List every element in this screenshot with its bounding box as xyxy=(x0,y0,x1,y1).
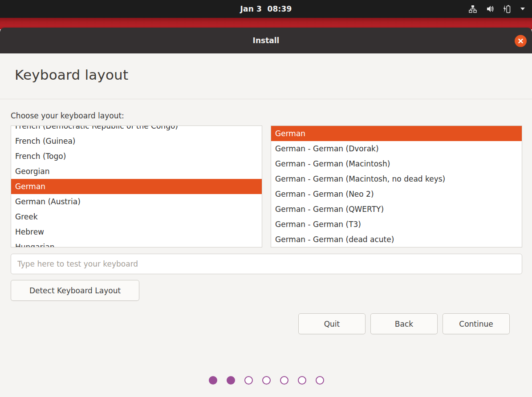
list-item[interactable]: German - German (Macintosh, no dead keys… xyxy=(271,171,522,186)
list-item[interactable]: German - German (Macintosh) xyxy=(271,156,522,171)
keyboard-lists: French (Democratic Republic of the Congo… xyxy=(11,126,522,247)
close-icon[interactable] xyxy=(515,35,527,47)
page-title: Keyboard layout xyxy=(15,67,532,83)
window-titlebar[interactable]: Install xyxy=(0,28,532,53)
progress-dot xyxy=(209,376,217,385)
list-item[interactable]: German - German (QWERTY) xyxy=(271,202,522,217)
list-item[interactable]: French (Guinea) xyxy=(11,134,262,149)
caret-down-icon[interactable] xyxy=(520,7,526,11)
main-content: Choose your keyboard layout: French (Dem… xyxy=(0,111,532,385)
progress-dot xyxy=(280,376,288,385)
progress-dot xyxy=(262,376,271,385)
battery-charging-icon[interactable] xyxy=(502,4,512,14)
layout-list[interactable]: French (Democratic Republic of the Congo… xyxy=(11,126,262,247)
progress-dot xyxy=(227,376,235,385)
keyboard-test-input[interactable] xyxy=(11,254,522,274)
detect-keyboard-layout-button[interactable]: Detect Keyboard Layout xyxy=(11,280,139,301)
navigation-buttons: Quit Back Continue xyxy=(11,313,522,334)
progress-dot xyxy=(244,376,253,385)
variant-list[interactable]: GermanGerman - German (Dvorak)German - G… xyxy=(271,126,522,247)
list-item[interactable]: Georgian xyxy=(11,164,262,179)
page-header: Keyboard layout xyxy=(0,53,532,99)
progress-dot xyxy=(316,376,324,385)
instruction-label: Choose your keyboard layout: xyxy=(11,111,522,120)
clock[interactable]: Jan 3 08:39 xyxy=(240,4,292,13)
list-item[interactable]: Greek xyxy=(11,209,262,224)
list-item[interactable]: German - German (dead acute) xyxy=(271,232,522,247)
list-item[interactable]: Hebrew xyxy=(11,224,262,239)
list-item[interactable]: Hungarian xyxy=(11,239,262,247)
list-item[interactable]: German - German (T3) xyxy=(271,217,522,232)
continue-button[interactable]: Continue xyxy=(443,313,510,334)
list-item[interactable]: German xyxy=(271,126,522,141)
top-panel: Jan 3 08:39 xyxy=(0,0,532,18)
quit-button[interactable]: Quit xyxy=(298,313,365,334)
list-item[interactable]: French (Democratic Republic of the Congo… xyxy=(11,126,262,134)
list-item[interactable]: German xyxy=(11,179,262,194)
list-item[interactable]: German (Austria) xyxy=(11,194,262,209)
window-title: Install xyxy=(253,36,280,45)
volume-icon[interactable] xyxy=(485,4,495,14)
back-button[interactable]: Back xyxy=(370,313,438,334)
progress-indicator xyxy=(11,376,522,385)
network-icon[interactable] xyxy=(468,4,478,14)
system-status-area[interactable] xyxy=(468,0,526,18)
list-item[interactable]: French (Togo) xyxy=(11,149,262,164)
list-item[interactable]: German - German (Dvorak) xyxy=(271,141,522,156)
progress-dot xyxy=(298,376,306,385)
list-item[interactable]: German - German (Neo 2) xyxy=(271,186,522,202)
